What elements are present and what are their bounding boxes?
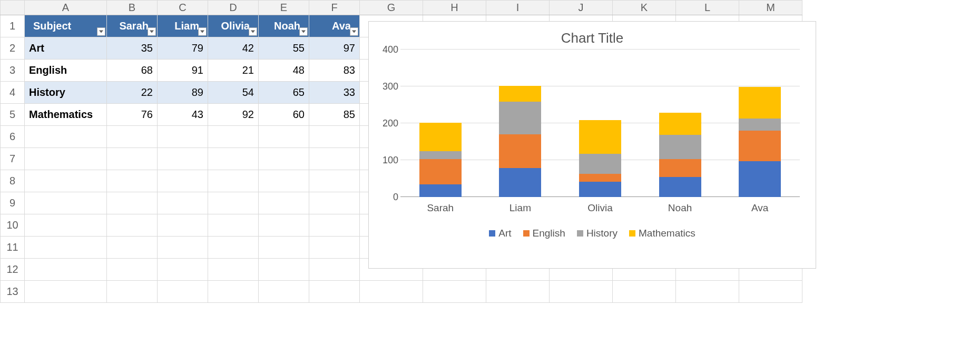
cell[interactable] — [25, 170, 107, 192]
cell[interactable]: 55 — [259, 37, 309, 60]
cell[interactable] — [107, 170, 158, 192]
chart-bar-segment[interactable] — [659, 113, 701, 135]
cell[interactable] — [259, 126, 309, 148]
cell[interactable] — [423, 281, 486, 303]
cell[interactable] — [208, 237, 259, 259]
cell-subject[interactable]: Art — [25, 37, 107, 60]
col-header-d[interactable]: D — [208, 1, 259, 15]
cell[interactable] — [550, 281, 613, 303]
cell[interactable]: 21 — [208, 60, 259, 82]
cell[interactable]: 54 — [208, 82, 259, 104]
chart-plot-area[interactable]: 0100200300400 — [400, 50, 800, 197]
chart-bar-segment[interactable] — [739, 87, 781, 119]
cell[interactable] — [259, 170, 309, 192]
cell[interactable] — [208, 214, 259, 237]
table-header-sarah[interactable]: Sarah — [107, 15, 158, 37]
cell[interactable]: 60 — [259, 104, 309, 126]
row-header-2[interactable]: 2 — [1, 37, 25, 60]
filter-dropdown-icon[interactable] — [148, 27, 156, 36]
col-header-f[interactable]: F — [309, 1, 360, 15]
filter-dropdown-icon[interactable] — [97, 27, 105, 36]
cell[interactable] — [208, 126, 259, 148]
cell[interactable] — [259, 148, 309, 170]
col-header-e[interactable]: E — [259, 1, 309, 15]
cell[interactable] — [208, 192, 259, 214]
cell[interactable] — [486, 281, 550, 303]
chart-legend-item[interactable]: English — [523, 228, 565, 239]
chart-bar-segment[interactable] — [419, 184, 462, 198]
cell[interactable] — [158, 214, 208, 237]
table-header-olivia[interactable]: Olivia — [208, 15, 259, 37]
chart-bar-segment[interactable] — [419, 159, 462, 184]
cell[interactable]: 85 — [309, 104, 360, 126]
chart-bar-segment[interactable] — [499, 86, 541, 102]
chart-bar[interactable] — [579, 120, 621, 197]
filter-dropdown-icon[interactable] — [249, 27, 257, 36]
row-header-5[interactable]: 5 — [1, 104, 25, 126]
chart-title[interactable]: Chart Title — [369, 22, 816, 50]
cell[interactable] — [25, 148, 107, 170]
row-header-3[interactable]: 3 — [1, 60, 25, 82]
chart-bar[interactable] — [419, 123, 462, 197]
chart-bar-segment[interactable] — [579, 174, 621, 182]
col-header-h[interactable]: H — [423, 1, 486, 15]
cell[interactable]: 43 — [158, 104, 208, 126]
cell[interactable]: 76 — [107, 104, 158, 126]
cell[interactable]: 42 — [208, 37, 259, 60]
embedded-chart[interactable]: Chart Title 0100200300400 SarahLiamOlivi… — [368, 21, 816, 269]
chart-bar-segment[interactable] — [419, 151, 462, 159]
cell[interactable] — [259, 214, 309, 237]
chart-bar-segment[interactable] — [579, 154, 621, 174]
cell-subject[interactable]: Mathematics — [25, 104, 107, 126]
cell[interactable] — [613, 281, 676, 303]
filter-dropdown-icon[interactable] — [350, 27, 358, 36]
row-header-12[interactable]: 12 — [1, 259, 25, 281]
table-header-subject[interactable]: Subject — [25, 15, 107, 37]
chart-bar-segment[interactable] — [579, 120, 621, 154]
row-header-10[interactable]: 10 — [1, 214, 25, 237]
col-header-a[interactable]: A — [25, 1, 107, 15]
chart-bar[interactable] — [739, 87, 781, 197]
chart-bar-segment[interactable] — [499, 168, 541, 197]
cell[interactable]: 68 — [107, 60, 158, 82]
cell[interactable]: 33 — [309, 82, 360, 104]
row-header-6[interactable]: 6 — [1, 126, 25, 148]
col-header-i[interactable]: I — [486, 1, 550, 15]
cell[interactable]: 97 — [309, 37, 360, 60]
row-header-13[interactable]: 13 — [1, 281, 25, 303]
cell[interactable] — [107, 148, 158, 170]
chart-bar-segment[interactable] — [659, 135, 701, 159]
chart-bar-segment[interactable] — [499, 102, 541, 134]
col-header-c[interactable]: C — [158, 1, 208, 15]
cell[interactable]: 92 — [208, 104, 259, 126]
chart-legend-item[interactable]: History — [577, 228, 618, 239]
cell[interactable] — [158, 237, 208, 259]
cell[interactable]: 91 — [158, 60, 208, 82]
col-header-l[interactable]: L — [676, 1, 739, 15]
cell[interactable] — [25, 259, 107, 281]
chart-bar[interactable] — [499, 86, 541, 197]
cell[interactable] — [208, 170, 259, 192]
cell[interactable] — [259, 281, 309, 303]
cell[interactable] — [309, 148, 360, 170]
col-header-k[interactable]: K — [613, 1, 676, 15]
cell[interactable] — [158, 281, 208, 303]
cell[interactable] — [208, 148, 259, 170]
cell-subject[interactable]: History — [25, 82, 107, 104]
filter-dropdown-icon[interactable] — [299, 27, 308, 36]
cell[interactable] — [158, 170, 208, 192]
row-header-11[interactable]: 11 — [1, 237, 25, 259]
chart-bar[interactable] — [659, 113, 701, 197]
cell[interactable] — [25, 192, 107, 214]
cell[interactable]: 79 — [158, 37, 208, 60]
cell[interactable] — [158, 126, 208, 148]
cell[interactable] — [25, 214, 107, 237]
cell[interactable] — [158, 192, 208, 214]
cell[interactable] — [25, 237, 107, 259]
cell[interactable] — [25, 281, 107, 303]
cell[interactable] — [309, 237, 360, 259]
cell[interactable] — [107, 259, 158, 281]
cell[interactable] — [158, 259, 208, 281]
cell[interactable] — [309, 170, 360, 192]
col-header-m[interactable]: M — [739, 1, 802, 15]
